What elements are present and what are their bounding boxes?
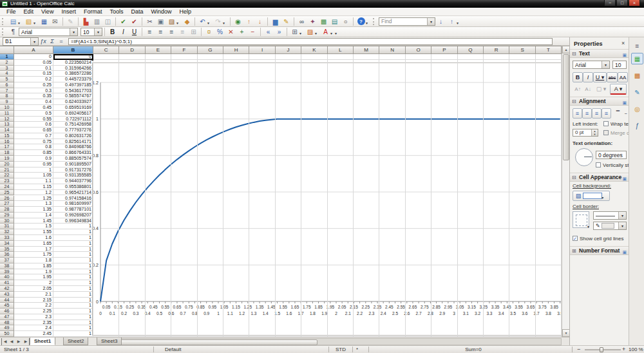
cell-a42[interactable]: 2.05 — [14, 286, 53, 292]
vertically-stacked-checkbox[interactable] — [596, 162, 601, 167]
sidebar-font-name[interactable]: Arial ▾ — [573, 61, 610, 69]
cell-b15[interactable]: 0.802631726 — [53, 133, 93, 139]
column-header-M[interactable]: M — [354, 46, 379, 54]
cell-a30[interactable]: 1.45 — [14, 218, 53, 224]
selection-mode[interactable]: STD — [336, 346, 346, 353]
row-header-9[interactable]: 9 — [0, 99, 14, 105]
column-header-Q[interactable]: Q — [458, 46, 484, 54]
column-header-S[interactable]: S — [509, 46, 535, 54]
row-header-44[interactable]: 44 — [0, 298, 14, 303]
row-header-34[interactable]: 34 — [0, 241, 14, 247]
cell-a26[interactable]: 1.25 — [14, 196, 53, 202]
row-header-40[interactable]: 40 — [0, 274, 14, 280]
cell-a14[interactable]: 0.65 — [14, 128, 53, 133]
styles-icon[interactable]: ¶ — [8, 28, 18, 37]
cell-a33[interactable]: 1.6 — [14, 235, 53, 241]
toolbar-handle[interactable] — [2, 18, 5, 25]
sort-descending-icon[interactable]: ↓ — [255, 17, 265, 26]
cell-b44[interactable]: 1 — [53, 298, 93, 303]
gallery-icon[interactable]: ▩ — [319, 17, 328, 26]
cell-a35[interactable]: 1.7 — [14, 247, 53, 253]
cell-a3[interactable]: 0.1 — [14, 66, 53, 72]
cell-b33[interactable]: 1 — [53, 235, 93, 241]
cell-border-picker[interactable]: ▾ — [573, 211, 589, 228]
row-header-32[interactable]: 32 — [0, 229, 14, 235]
align-right-icon[interactable]: ≡ — [167, 28, 176, 37]
add-decimal-icon[interactable]: + — [237, 28, 247, 37]
row-header-8[interactable]: 8 — [0, 93, 14, 99]
find-input[interactable]: Find▾ — [379, 17, 435, 26]
document-as-email-icon[interactable]: ✉ — [50, 17, 60, 26]
menu-item-insert[interactable]: Insert — [57, 8, 80, 15]
panel-close-icon[interactable]: × — [621, 40, 625, 46]
row-header-25[interactable]: 25 — [0, 190, 14, 196]
spelling-icon[interactable]: ✔ — [118, 17, 128, 26]
row-header-27[interactable]: 27 — [0, 201, 14, 207]
text-section-header[interactable]: ⊟ Text ▣ — [570, 49, 629, 58]
undo-icon-dropdown[interactable]: ▾ — [207, 21, 212, 25]
border-line-style-select[interactable]: ▾ — [593, 211, 627, 220]
column-header-E[interactable]: E — [146, 46, 171, 54]
sidebar-align-right-icon[interactable]: ≡ — [592, 108, 601, 119]
cell-a40[interactable]: 1.95 — [14, 274, 53, 280]
row-header-33[interactable]: 33 — [0, 235, 14, 241]
cell-appearance-section-header[interactable]: ⊟ Cell Appearance ▣ — [570, 173, 629, 182]
cell-b9[interactable]: 0.624033927 — [53, 99, 93, 105]
cell-a37[interactable]: 1.8 — [14, 258, 53, 263]
row-header-21[interactable]: 21 — [0, 167, 14, 173]
sort-ascending-icon[interactable]: ↑ — [244, 17, 254, 26]
cell-a17[interactable]: 0.8 — [14, 144, 53, 150]
cell-a19[interactable]: 0.9 — [14, 156, 53, 162]
function-wizard-icon[interactable]: ƒx — [39, 37, 48, 45]
column-header-G[interactable]: G — [198, 46, 223, 54]
data-series-line[interactable] — [100, 119, 560, 301]
cell-b45[interactable]: 1 — [53, 303, 93, 309]
sidebar-font-color-icon[interactable]: A ▾ — [610, 84, 627, 95]
column-header-J[interactable]: J — [276, 46, 301, 54]
delete-decimal-icon[interactable]: − — [248, 28, 258, 37]
column-header-D[interactable]: D — [119, 46, 145, 54]
cell-b26[interactable]: 0.974158416 — [53, 196, 93, 202]
cell-b13[interactable]: 0.751426958 — [53, 122, 93, 128]
sidebar-bold-icon[interactable]: B — [573, 72, 583, 82]
cell-b4[interactable]: 0.386572286 — [53, 71, 93, 77]
sidebar-subscript-icon[interactable]: A↓ — [583, 84, 593, 94]
toolbar-options-icon[interactable]: ▾ — [366, 21, 370, 25]
row-header-43[interactable]: 43 — [0, 292, 14, 298]
cell-a1[interactable]: 0 — [14, 54, 53, 60]
cell-background-button[interactable]: ▨ ▾ — [573, 191, 610, 201]
cell-a23[interactable]: 1.1 — [14, 178, 53, 184]
row-header-42[interactable]: 42 — [0, 286, 14, 292]
cell-a2[interactable]: 0.05 — [14, 60, 53, 66]
row-header-47[interactable]: 47 — [0, 314, 14, 320]
cell-a21[interactable]: 1 — [14, 167, 53, 173]
sum-display[interactable]: Sum=0 — [451, 346, 496, 353]
row-header-46[interactable]: 46 — [0, 309, 14, 314]
new-document-icon-dropdown[interactable]: ▾ — [18, 21, 23, 25]
maximize-button[interactable]: □ — [616, 0, 628, 6]
zoom-percent[interactable]: 100 % — [629, 346, 643, 353]
cell-b12[interactable]: 0.722971112 — [53, 117, 93, 122]
row-header-49[interactable]: 49 — [0, 325, 14, 331]
cell-b5[interactable]: 0.445723379 — [53, 77, 93, 82]
title-bar[interactable]: Untitled 1 - OpenOffice Calc − □ × — [0, 0, 644, 8]
print-icon[interactable]: ▥ — [92, 17, 102, 26]
row-header-29[interactable]: 29 — [0, 213, 14, 218]
cell-b41[interactable]: 1 — [53, 280, 93, 286]
sidebar-align-justify-icon[interactable]: ≡ — [601, 108, 611, 119]
font-color-icon[interactable]: A — [321, 28, 330, 37]
cell-a13[interactable]: 0.6 — [14, 122, 53, 128]
orientation-dial[interactable] — [575, 148, 593, 166]
show-grid-lines-checkbox[interactable]: ✓ — [573, 236, 578, 241]
increase-indent-icon[interactable]: » — [274, 28, 284, 37]
cell-a20[interactable]: 0.95 — [14, 162, 53, 167]
underline-icon[interactable]: U — [129, 28, 139, 37]
row-header-10[interactable]: 10 — [0, 105, 14, 111]
menu-item-file[interactable]: File — [3, 8, 20, 15]
currency-format-icon[interactable]: ¤ — [204, 28, 214, 37]
cell-a41[interactable]: 2 — [14, 280, 53, 286]
cell-a29[interactable]: 1.4 — [14, 213, 53, 218]
toolbar-handle[interactable] — [2, 28, 5, 35]
row-header-30[interactable]: 30 — [0, 218, 14, 224]
cell-b42[interactable]: 1 — [53, 286, 93, 292]
